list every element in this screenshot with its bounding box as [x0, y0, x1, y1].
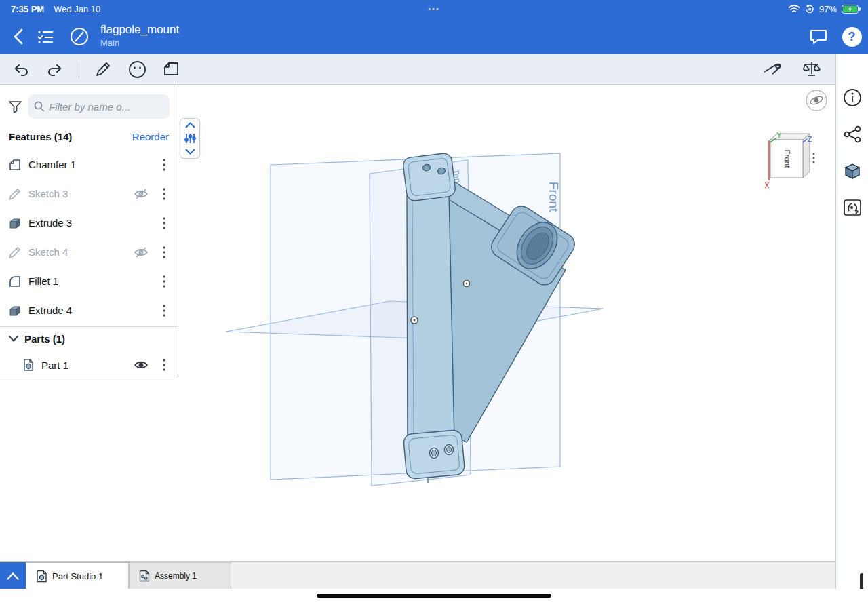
- info-button[interactable]: [842, 88, 863, 107]
- hidden-eye-icon[interactable]: [133, 246, 149, 258]
- feature-tree-panel: Features (14) Reorder Chamfer 1 Sketch 3: [0, 85, 178, 378]
- tab-label: Part Studio 1: [52, 571, 103, 581]
- feature-row-sketch-3[interactable]: Sketch 3: [0, 179, 178, 208]
- reorder-link[interactable]: Reorder: [132, 131, 169, 142]
- document-tab-bar: Part Studio 1 Assembly 1: [0, 561, 835, 589]
- kebab-menu-icon[interactable]: [158, 217, 170, 229]
- parts-section-header[interactable]: Parts (1): [0, 327, 178, 350]
- versions-button[interactable]: [68, 25, 91, 48]
- assembly-tab-icon: [139, 570, 150, 582]
- parts-cube-icon: [843, 161, 862, 180]
- chamfered-cube-icon: [163, 61, 180, 77]
- rollback-widget: [180, 118, 200, 159]
- x-axis-label: X: [764, 181, 770, 189]
- part-studio-tab-icon: [36, 570, 47, 583]
- chevron-down-icon: [9, 336, 18, 342]
- tab-bar-expand-button[interactable]: [0, 562, 26, 589]
- extrude-icon: [7, 216, 22, 231]
- feature-row-fillet-1[interactable]: Fillet 1: [0, 267, 178, 296]
- feature-row-extrude-4[interactable]: Extrude 4: [0, 296, 178, 325]
- z-axis-label: Z: [808, 135, 812, 143]
- home-indicator[interactable]: [317, 594, 551, 598]
- view-cube[interactable]: Front X Y Z: [764, 131, 814, 189]
- redo-button[interactable]: [45, 59, 65, 79]
- feature-name: Extrude 4: [28, 305, 152, 316]
- feature-name: Sketch 4: [28, 246, 127, 258]
- versions-icon: [69, 26, 90, 47]
- chevron-left-icon: [14, 28, 23, 45]
- filter-search-box[interactable]: [28, 94, 170, 119]
- smiley-face-icon: [128, 60, 146, 79]
- home-strip: [0, 589, 868, 603]
- help-icon: ?: [842, 27, 862, 47]
- y-axis-label: Y: [776, 131, 782, 139]
- kebab-menu-icon[interactable]: [158, 359, 170, 371]
- toolbar-divider: [79, 60, 79, 78]
- feature-row-chamfer-1[interactable]: Chamfer 1: [0, 150, 178, 179]
- app-header: flagpole_mount Main ?: [0, 18, 868, 54]
- back-button[interactable]: [7, 25, 30, 48]
- document-title-block: flagpole_mount Main: [100, 23, 179, 48]
- comment-button[interactable]: [807, 25, 830, 48]
- kebab-menu-icon[interactable]: [158, 188, 170, 200]
- extrude-icon: [7, 303, 22, 318]
- onshape-app: 7:35 PM Wed Jan 10 ••• 97%: [0, 0, 868, 603]
- search-icon: [34, 101, 45, 112]
- feature-name: Fillet 1: [28, 275, 152, 287]
- measure-button[interactable]: [762, 59, 783, 79]
- kebab-menu-icon[interactable]: [158, 159, 170, 171]
- help-button[interactable]: ?: [840, 25, 863, 48]
- workspace-name: Main: [100, 38, 179, 48]
- undo-button[interactable]: [11, 59, 31, 79]
- tab-label: Assembly 1: [155, 571, 197, 581]
- fillet-icon: [7, 274, 22, 289]
- modeling-toolbar: [0, 54, 835, 85]
- kebab-menu-icon[interactable]: [158, 305, 170, 317]
- feature-row-sketch-4[interactable]: Sketch 4: [0, 237, 178, 267]
- redo-icon: [47, 62, 63, 76]
- part-row-part-1[interactable]: Part 1: [0, 350, 178, 380]
- tab-part-studio-1[interactable]: Part Studio 1: [26, 562, 129, 589]
- comment-bubble-icon: [809, 28, 828, 45]
- multitask-indicator: •••: [0, 5, 868, 13]
- rollback-up-button[interactable]: [185, 122, 195, 128]
- feature-list-icon: [37, 28, 54, 45]
- visible-eye-icon[interactable]: [133, 359, 149, 370]
- balance-scale-icon: [803, 61, 821, 77]
- tab-assembly-1[interactable]: Assembly 1: [129, 562, 231, 589]
- rollback-bar-icon[interactable]: [184, 133, 196, 144]
- feature-row-extrude-3[interactable]: Extrude 3: [0, 208, 178, 237]
- view-cube-face-label: Front: [783, 150, 791, 169]
- parts-list-button[interactable]: [842, 161, 863, 180]
- feature-tool-button[interactable]: [161, 59, 181, 79]
- mass-properties-button[interactable]: [802, 59, 822, 79]
- undo-icon: [13, 62, 29, 76]
- status-bar: 7:35 PM Wed Jan 10 ••• 97%: [0, 0, 868, 18]
- hidden-eye-icon[interactable]: [133, 188, 149, 200]
- chevron-up-icon: [7, 572, 19, 580]
- rollback-down-button[interactable]: [185, 149, 195, 155]
- sketch-icon: [7, 187, 22, 201]
- document-title: flagpole_mount: [100, 23, 179, 37]
- right-sidebar: [835, 54, 868, 603]
- appearance-button[interactable]: [842, 198, 863, 217]
- kebab-menu-icon[interactable]: [158, 246, 170, 258]
- kebab-menu-icon[interactable]: [158, 275, 170, 288]
- sketch-icon: [7, 245, 22, 260]
- share-button[interactable]: [842, 125, 863, 144]
- part-icon: [20, 357, 35, 372]
- measure-icon: [763, 62, 782, 77]
- sketch-button[interactable]: [93, 59, 113, 79]
- filter-funnel-icon[interactable]: [8, 100, 22, 113]
- view-cube-menu-icon[interactable]: [813, 153, 815, 163]
- feature-name: Extrude 3: [28, 217, 152, 229]
- feature-name: Chamfer 1: [28, 159, 152, 170]
- info-icon: [843, 88, 862, 107]
- filter-input[interactable]: [49, 101, 163, 113]
- part-name: Part 1: [41, 359, 127, 371]
- appearance-icon: [843, 199, 862, 216]
- orbit-button[interactable]: [806, 90, 827, 111]
- smiley-face-button[interactable]: [127, 59, 147, 79]
- front-plane-label: Front: [547, 182, 561, 212]
- document-panel-button[interactable]: [34, 25, 57, 48]
